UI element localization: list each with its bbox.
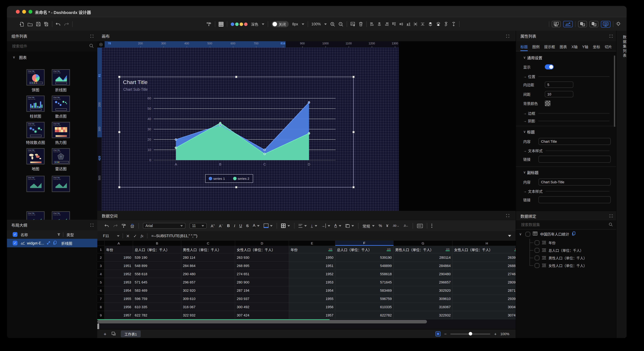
row-number[interactable]: 2 <box>97 253 104 262</box>
more-options-icon[interactable] <box>431 224 432 228</box>
dataset-search-input[interactable] <box>520 222 609 227</box>
position-group[interactable]: →位置 <box>523 74 610 79</box>
selection-stats-icon[interactable] <box>435 331 440 336</box>
bg-color-swatch[interactable] <box>545 101 550 106</box>
data-cell[interactable]: 539190 <box>335 253 394 262</box>
component-search-input[interactable] <box>12 44 89 49</box>
bring-forward-icon[interactable] <box>444 22 448 26</box>
font-color-icon[interactable]: A <box>253 223 255 228</box>
data-cell[interactable]: 1957 <box>289 311 335 319</box>
delete-icon[interactable] <box>359 22 363 26</box>
font-size-select[interactable]: 11 <box>190 223 207 229</box>
row-number[interactable]: 5 <box>97 278 104 286</box>
underline-icon[interactable]: U <box>239 224 242 228</box>
theme-select-label[interactable]: 深色 <box>251 22 258 27</box>
data-cell[interactable]: 622782 <box>335 311 394 319</box>
zoom-slider-knob[interactable] <box>469 332 472 335</box>
gap-input[interactable] <box>545 91 573 97</box>
undo-icon[interactable] <box>56 22 60 26</box>
data-cell[interactable]: 280114 <box>394 253 452 262</box>
send-backward-icon[interactable] <box>452 22 456 26</box>
data-cell[interactable]: 583 469 <box>133 286 181 294</box>
data-cell[interactable]: 284864 <box>394 262 452 270</box>
column-header-C[interactable]: C <box>181 241 235 246</box>
data-cell[interactable]: 263 930 <box>235 253 289 262</box>
column-header-E[interactable]: E <box>289 241 335 246</box>
copy-icon[interactable] <box>53 240 57 246</box>
zoom-out-icon[interactable]: − <box>444 331 446 336</box>
component-item-partial[interactable]: Chart TitleChart Sub-Title <box>23 176 48 192</box>
column-header-F[interactable]: F <box>335 241 394 246</box>
align-top-icon[interactable] <box>392 22 396 26</box>
borders-icon[interactable] <box>281 224 286 228</box>
zoom-slider[interactable] <box>450 332 490 336</box>
chart-legend[interactable]: series 1series 2 <box>205 174 253 183</box>
data-cell[interactable]: 268895 <box>452 262 516 270</box>
horizontal-align-icon[interactable] <box>298 224 302 227</box>
row-number[interactable]: 1 <box>97 246 104 253</box>
component-item-effect-scatter[interactable]: Chart TitleChart Sub-Title特效散点图 <box>23 122 48 145</box>
selection-handle[interactable] <box>235 186 238 188</box>
selection-handle[interactable] <box>352 186 355 188</box>
maximize-window-button[interactable] <box>28 10 32 14</box>
field-checkbox[interactable] <box>535 255 540 260</box>
properties-tab-图表[interactable]: 图表 <box>560 41 567 51</box>
column-header-G[interactable]: G <box>394 241 452 246</box>
data-cell[interactable]: 316 067 <box>181 303 235 311</box>
new-file-icon[interactable] <box>20 22 24 27</box>
column-header-D[interactable]: D <box>235 241 289 246</box>
data-cell[interactable]: 287 194 <box>235 286 289 294</box>
zoom-out-icon[interactable] <box>338 22 343 27</box>
header-cell[interactable]: 总人口（单位：千人） <box>133 246 181 253</box>
expand-panel-icon[interactable] <box>506 33 509 39</box>
shadow-group[interactable]: →阴影 <box>523 118 610 123</box>
field-checkbox[interactable] <box>535 240 540 245</box>
title-link-input[interactable] <box>538 156 611 163</box>
data-cell[interactable]: 1951 <box>289 262 335 270</box>
data-cell[interactable]: 1953 <box>104 278 133 286</box>
data-cell[interactable]: 268 895 <box>235 262 289 270</box>
component-item-partial[interactable]: Chart TitleChart Sub-Title <box>48 176 74 192</box>
dataset-list-strip[interactable]: 数据集列表 <box>616 31 626 338</box>
data-cell[interactable]: 309610 <box>394 294 452 303</box>
selection-handle[interactable] <box>352 131 355 133</box>
properties-tab-坐标[interactable]: 坐标 <box>593 41 600 51</box>
component-item-line[interactable]: Chart TitleChart Sub-Title折线图 <box>48 70 74 92</box>
row-number[interactable]: 3 <box>97 262 104 270</box>
header-cell[interactable]: 男性人口（单位：千人）123 <box>394 246 452 253</box>
subtitle-section-header[interactable]: ∨副标题 <box>523 170 538 175</box>
dataset-field-row[interactable]: 123总人口（单位：千人） <box>516 246 616 254</box>
percent-icon[interactable]: % <box>379 224 382 228</box>
chart-mode-button[interactable] <box>563 21 573 27</box>
layout-row-widget[interactable]: ✓ widget-E... 折线图 <box>7 239 97 247</box>
data-cell[interactable]: 290 480 <box>181 270 235 278</box>
align-middle-vertical-icon[interactable] <box>399 22 403 26</box>
data-cell[interactable]: 1955 <box>104 294 133 303</box>
properties-tab-图例[interactable]: 图例 <box>532 41 540 51</box>
data-cell[interactable]: 284 864 <box>181 262 235 270</box>
os-theme-button[interactable]: OS <box>601 21 610 28</box>
increase-font-icon[interactable]: A+ <box>211 223 215 228</box>
data-cell[interactable]: 539 190 <box>133 253 181 262</box>
vertical-align-icon[interactable]: ↓ <box>311 224 313 228</box>
title-text-style-group[interactable]: →文本样式 <box>523 148 610 153</box>
chevron-down-icon[interactable] <box>117 235 120 237</box>
row-number[interactable]: 6 <box>97 286 104 294</box>
properties-tab-提示框[interactable]: 提示框 <box>544 41 555 51</box>
data-cell[interactable]: 1956 <box>104 303 133 311</box>
data-cell[interactable]: 322 932 <box>181 311 235 319</box>
data-cell[interactable]: 558618 <box>335 270 394 278</box>
selection-handle[interactable] <box>235 76 238 78</box>
data-cell[interactable]: 307424 <box>452 311 516 319</box>
save-icon[interactable] <box>36 22 40 26</box>
data-cell[interactable]: 296 657 <box>181 278 235 286</box>
bold-icon[interactable]: B <box>227 224 230 228</box>
data-cell[interactable]: 287194 <box>452 286 516 294</box>
column-header-B[interactable]: B <box>133 241 181 246</box>
translate-to-zh-button[interactable]: En文 <box>590 21 598 27</box>
component-item-pie[interactable]: Chart TitleChart Sub-Title饼图 <box>23 70 48 92</box>
dataset-field-row[interactable]: 123年份 <box>516 239 616 246</box>
data-cell[interactable]: 280 114 <box>181 253 235 262</box>
keyboard-icon[interactable] <box>417 224 423 228</box>
data-cell[interactable]: 300492 <box>452 303 516 311</box>
